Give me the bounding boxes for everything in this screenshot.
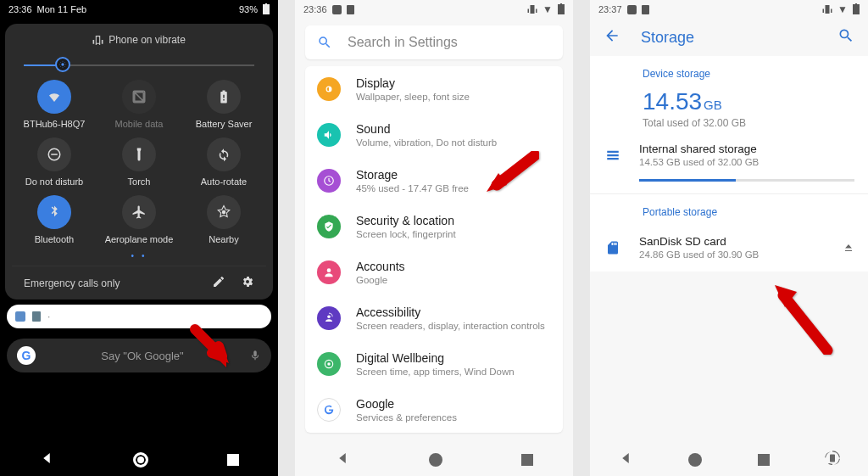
status-time: 23:36 xyxy=(303,4,327,14)
page-indicator: • • xyxy=(12,251,266,260)
search-bar[interactable]: Search in Settings xyxy=(305,25,563,59)
torch-icon xyxy=(122,137,156,171)
ringer-status[interactable]: Phone on vibrate xyxy=(12,34,266,46)
screenshot-icon xyxy=(627,5,637,14)
internal-storage-progress xyxy=(639,179,854,182)
quick-settings-panel: 23:36 Mon 11 Feb 93% Phone on vibrate BT… xyxy=(0,0,278,476)
home-button[interactable] xyxy=(688,453,702,467)
qs-tile-dnd[interactable]: Do not disturb xyxy=(12,137,97,187)
home-button[interactable] xyxy=(133,452,148,468)
nearby-icon xyxy=(207,195,241,229)
battery-icon xyxy=(558,4,565,14)
total-used: 14.53GB Total used of 32.00 GB xyxy=(590,85,868,131)
rotate-button[interactable] xyxy=(825,451,840,469)
settings-row-digital-wellbeing[interactable]: Digital WellbeingScreen time, app timers… xyxy=(305,341,563,387)
storage-panel: 23:37 ▼ Storage Device storage 14.53GB T… xyxy=(590,0,868,476)
sd-icon xyxy=(347,5,354,14)
recents-button[interactable] xyxy=(227,454,239,466)
settings-row-security-location[interactable]: Security & locationScreen lock, fingerpr… xyxy=(305,204,563,249)
settings-row-display[interactable]: DisplayWallpaper, sleep, font size xyxy=(305,66,563,112)
sd-icon xyxy=(32,311,41,322)
rotate-icon xyxy=(207,137,241,171)
sd-icon xyxy=(642,5,649,14)
svg-rect-2 xyxy=(51,154,58,155)
status-bar: 23:36 Mon 11 Feb 93% xyxy=(0,0,278,19)
vibrate-icon xyxy=(822,4,832,14)
settings-button[interactable] xyxy=(241,275,254,291)
status-date: Mon 11 Feb xyxy=(37,4,87,14)
status-time: 23:37 xyxy=(598,4,622,14)
wifi-icon: ▼ xyxy=(542,3,553,15)
qs-tile-wifi[interactable]: BTHub6-H8Q7 xyxy=(12,80,97,129)
row-icon xyxy=(317,77,341,101)
nav-bar xyxy=(0,444,278,476)
quick-settings-shade: Phone on vibrate BTHub6-H8Q7Mobile dataB… xyxy=(5,24,273,300)
row-icon xyxy=(317,306,341,330)
annotation-arrow xyxy=(768,278,836,358)
battery-icon xyxy=(263,4,270,14)
status-time: 23:36 xyxy=(8,4,32,14)
battery-icon xyxy=(207,80,241,114)
back-button[interactable] xyxy=(618,451,633,469)
plane-icon xyxy=(122,195,156,229)
nav-bar xyxy=(295,444,573,476)
svg-point-3 xyxy=(222,210,226,215)
qs-tile-nosim[interactable]: Mobile data xyxy=(97,80,181,129)
qs-tile-torch[interactable]: Torch xyxy=(97,137,181,187)
google-search-pill[interactable]: G Say "Ok Google" xyxy=(7,339,271,372)
nav-bar xyxy=(590,444,868,476)
home-button[interactable] xyxy=(429,453,442,467)
back-arrow-button[interactable] xyxy=(604,27,620,48)
screenshot-icon xyxy=(332,5,342,14)
row-icon xyxy=(317,215,341,238)
portable-storage-label: Portable storage xyxy=(590,194,868,223)
qs-tile-rotate[interactable]: Auto-rotate xyxy=(181,137,266,187)
notification-row[interactable]: · xyxy=(7,305,271,328)
qs-tile-plane[interactable]: Aeroplane mode xyxy=(97,195,181,244)
settings-row-google[interactable]: GoogleServices & preferences xyxy=(305,387,563,433)
settings-row-accessibility[interactable]: AccessibilityScreen readers, display, in… xyxy=(305,295,563,341)
recents-button[interactable] xyxy=(758,454,770,466)
page-title: Storage xyxy=(641,29,817,47)
sd-card-icon xyxy=(604,240,622,255)
vibrate-icon xyxy=(527,4,537,14)
svg-point-0 xyxy=(62,63,64,65)
row-icon xyxy=(317,123,341,147)
qs-tile-nearby[interactable]: Nearby xyxy=(181,195,266,244)
edit-button[interactable] xyxy=(212,275,225,291)
settings-row-sound[interactable]: SoundVolume, vibration, Do not disturb xyxy=(305,112,563,158)
svg-point-6 xyxy=(327,268,331,272)
wifi-icon: ▼ xyxy=(837,3,848,15)
wifi-icon xyxy=(37,80,71,114)
storage-bars-icon xyxy=(604,148,622,163)
screenshot-icon xyxy=(15,311,25,322)
row-icon xyxy=(317,398,341,422)
row-icon xyxy=(317,260,341,284)
qs-tile-bt[interactable]: Bluetooth xyxy=(12,195,97,244)
settings-row-storage[interactable]: Storage45% used - 17.47 GB free xyxy=(305,158,563,204)
storage-header: Storage xyxy=(590,19,868,56)
battery-icon xyxy=(853,4,860,14)
brightness-slider[interactable] xyxy=(24,54,254,75)
battery-percent: 93% xyxy=(239,4,258,14)
search-button[interactable] xyxy=(837,27,854,48)
internal-storage-row[interactable]: Internal shared storage 14.53 GB used of… xyxy=(590,131,868,179)
settings-row-accounts[interactable]: AccountsGoogle xyxy=(305,249,563,295)
search-placeholder: Search in Settings xyxy=(348,35,458,50)
qs-tile-battery[interactable]: Battery Saver xyxy=(181,80,266,129)
dnd-icon xyxy=(37,137,71,171)
back-button[interactable] xyxy=(335,451,350,469)
bt-icon xyxy=(37,195,71,229)
settings-list-panel: 23:36 ▼ Search in Settings DisplayWallpa… xyxy=(295,0,573,476)
svg-rect-11 xyxy=(830,455,835,462)
back-button[interactable] xyxy=(39,451,54,469)
sd-card-row[interactable]: SanDisk SD card 24.86 GB used of 30.90 G… xyxy=(590,223,868,272)
google-logo-icon: G xyxy=(17,346,36,365)
recents-button[interactable] xyxy=(521,454,533,466)
mic-icon xyxy=(249,350,261,361)
nosim-icon xyxy=(122,80,156,114)
eject-button[interactable] xyxy=(843,242,854,254)
device-storage-label: Device storage xyxy=(590,56,868,85)
status-bar: 23:37 ▼ xyxy=(590,0,868,19)
row-icon xyxy=(317,352,341,376)
